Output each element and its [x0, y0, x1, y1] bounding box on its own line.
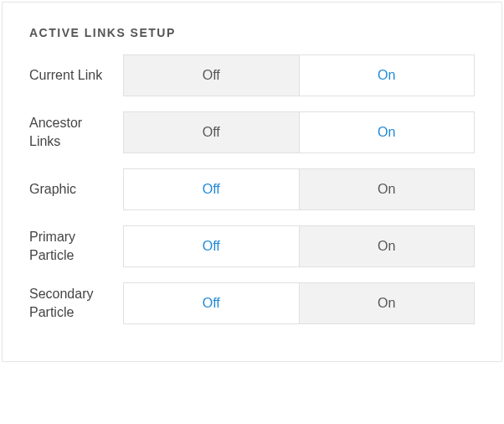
label-graphic: Graphic — [29, 180, 123, 199]
toggle-graphic[interactable]: Off On — [123, 168, 475, 210]
toggle-off-primary-particle[interactable]: Off — [124, 226, 299, 266]
row-primary-particle: Primary Particle Off On — [29, 225, 475, 267]
toggle-on-secondary-particle[interactable]: On — [299, 283, 475, 323]
toggle-off-ancestor-links[interactable]: Off — [124, 112, 299, 153]
toggle-off-secondary-particle[interactable]: Off — [124, 283, 299, 323]
row-ancestor-links: Ancestor Links Off On — [29, 111, 475, 153]
row-secondary-particle: Secondary Particle Off On — [29, 282, 475, 324]
label-current-link: Current Link — [29, 66, 123, 85]
section-title: ACTIVE LINKS SETUP — [29, 26, 475, 39]
toggle-on-primary-particle[interactable]: On — [299, 226, 475, 266]
toggle-current-link[interactable]: Off On — [123, 54, 475, 96]
toggle-off-graphic[interactable]: Off — [124, 169, 299, 209]
row-graphic: Graphic Off On — [29, 168, 475, 210]
toggle-ancestor-links[interactable]: Off On — [123, 111, 475, 153]
row-current-link: Current Link Off On — [29, 54, 475, 96]
toggle-on-graphic[interactable]: On — [299, 169, 475, 209]
toggle-primary-particle[interactable]: Off On — [123, 225, 475, 267]
toggle-on-ancestor-links[interactable]: On — [299, 112, 475, 153]
label-ancestor-links: Ancestor Links — [29, 114, 123, 150]
label-primary-particle: Primary Particle — [29, 228, 123, 264]
toggle-secondary-particle[interactable]: Off On — [123, 282, 475, 324]
label-secondary-particle: Secondary Particle — [29, 285, 123, 321]
toggle-on-current-link[interactable]: On — [299, 55, 475, 96]
active-links-panel: ACTIVE LINKS SETUP Current Link Off On A… — [2, 2, 502, 362]
toggle-off-current-link[interactable]: Off — [124, 55, 299, 96]
